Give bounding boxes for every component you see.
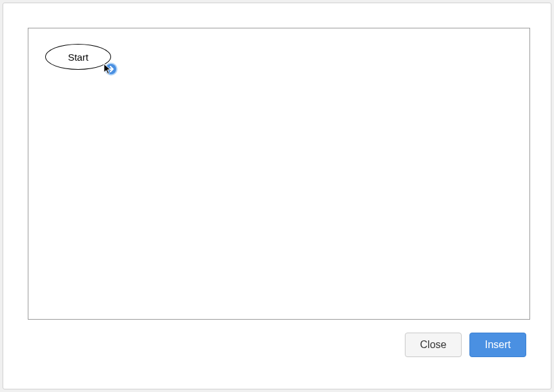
- diagram-canvas[interactable]: Start: [28, 28, 530, 320]
- insert-button[interactable]: Insert: [469, 333, 526, 357]
- start-node[interactable]: Start: [45, 44, 111, 70]
- node-label: Start: [68, 52, 88, 63]
- connection-handle-right[interactable]: [104, 62, 118, 76]
- dialog-button-bar: Close Insert: [28, 333, 526, 357]
- close-button[interactable]: Close: [405, 333, 462, 357]
- diagram-editor-dialog: Start Close Insert: [3, 3, 551, 389]
